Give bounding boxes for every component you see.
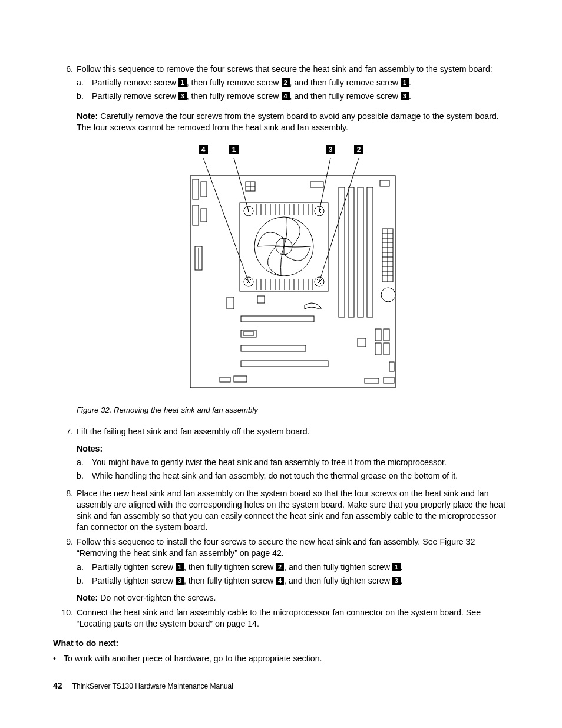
page-number: 42 [53, 681, 62, 690]
svg-rect-17 [348, 187, 354, 317]
callout-3: 3 [176, 577, 184, 585]
svg-rect-84 [375, 329, 381, 341]
document-page: 6. Follow this sequence to remove the fo… [0, 0, 562, 728]
callout-2: 2 [276, 563, 284, 571]
what-next-heading: What to do next: [53, 638, 509, 649]
svg-rect-82 [220, 377, 230, 382]
note-text: Carefully remove the four screws from th… [77, 111, 499, 132]
bullet-marker: • [53, 653, 64, 664]
svg-rect-80 [241, 361, 328, 367]
svg-rect-0 [190, 176, 395, 388]
substep-text: Partially tighten screw 1, then fully ti… [92, 562, 403, 573]
callout-4: 4 [276, 577, 284, 585]
note-label: Note: [77, 111, 98, 121]
svg-line-1 [203, 158, 249, 282]
svg-rect-88 [389, 362, 394, 371]
step-number: 8. [53, 488, 77, 533]
diagram-label-3: 3 [326, 145, 335, 154]
svg-rect-8 [201, 209, 207, 222]
substep-list: a. You might have to gently twist the he… [77, 457, 509, 482]
note-label: Note: [77, 593, 98, 602]
note-block: Note: Carefully remove the four screws f… [77, 111, 509, 133]
substep-letter: b. [77, 470, 92, 482]
step-text: Lift the failing heat sink and fan assem… [77, 427, 310, 436]
svg-rect-83 [358, 338, 366, 347]
svg-rect-6 [201, 182, 207, 197]
note-line: Note: Do not over-tighten the screws. [77, 592, 509, 604]
step-body: Lift the failing heat sink and fan assem… [77, 426, 509, 485]
svg-rect-74 [257, 296, 265, 303]
callout-3: 3 [401, 92, 409, 100]
diagram-label-2: 2 [354, 145, 363, 154]
bullet-text: To work with another piece of hardware, … [64, 653, 322, 664]
svg-rect-5 [193, 179, 199, 199]
substep-text: Partially remove screw 1, then fully rem… [92, 77, 411, 88]
substep-7a: a. You might have to gently twist the he… [77, 457, 509, 468]
procedure-list-cont: 7. Lift the failing heat sink and fan as… [53, 426, 509, 630]
substep-text: Partially tighten screw 3, then fully ti… [92, 575, 403, 587]
callout-3: 3 [392, 577, 401, 585]
step-number: 7. [53, 426, 77, 485]
svg-rect-7 [193, 205, 199, 225]
svg-rect-19 [367, 187, 373, 317]
step-text: Follow this sequence to install the four… [77, 537, 475, 558]
svg-rect-75 [227, 297, 234, 309]
substep-9b: b. Partially tighten screw 3, then fully… [77, 575, 509, 587]
step-10: 10. Connect the heat sink and fan assemb… [53, 607, 509, 630]
step-text: Connect the heat sink and fan assembly c… [77, 607, 509, 630]
step-8: 8. Place the new heat sink and fan assem… [53, 488, 509, 533]
substep-6a: a. Partially remove screw 1, then fully … [77, 77, 509, 88]
substep-list: a. Partially tighten screw 1, then fully… [77, 562, 509, 587]
figure-32: 4 1 3 2 [77, 145, 509, 397]
note-text: Do not over-tighten the screws. [98, 593, 216, 602]
svg-rect-86 [375, 343, 381, 355]
substep-list: a. Partially remove screw 1, then fully … [77, 77, 509, 102]
step-6: 6. Follow this sequence to remove the fo… [53, 64, 509, 105]
diagram-container: 4 1 3 2 [187, 145, 399, 397]
svg-rect-89 [365, 378, 379, 383]
callout-2: 2 [282, 78, 290, 87]
substep-letter: a. [77, 562, 92, 573]
substep-7b: b. While handling the heat sink and fan … [77, 470, 509, 482]
substep-text: While handling the heat sink and fan ass… [92, 470, 458, 482]
substep-6b: b. Partially remove screw 3, then fully … [77, 91, 509, 102]
substep-letter: b. [77, 91, 92, 102]
callout-1: 1 [178, 78, 187, 87]
figure-caption: Figure 32. Removing the heat sink and fa… [77, 405, 509, 416]
diagram-label-4: 4 [199, 145, 208, 154]
step-body: Follow this sequence to remove the four … [77, 64, 509, 105]
svg-rect-85 [384, 329, 389, 341]
svg-rect-16 [339, 187, 345, 317]
step-number: 9. [53, 536, 77, 604]
svg-rect-81 [234, 376, 247, 382]
callout-3: 3 [178, 92, 187, 100]
step-text: Place the new heat sink and fan assembly… [77, 488, 509, 533]
substep-text: You might have to gently twist the heat … [92, 457, 447, 468]
motherboard-diagram [187, 158, 399, 394]
substep-letter: a. [77, 77, 92, 88]
callout-4: 4 [282, 92, 290, 100]
callout-1: 1 [176, 563, 184, 571]
bullet-item: • To work with another piece of hardware… [53, 653, 509, 664]
substep-letter: b. [77, 575, 92, 587]
substep-text: Partially remove screw 3, then fully rem… [92, 91, 411, 102]
step-7: 7. Lift the failing heat sink and fan as… [53, 426, 509, 485]
callout-1: 1 [401, 78, 409, 87]
svg-rect-76 [241, 316, 314, 322]
step-number: 6. [53, 64, 77, 105]
callout-1: 1 [392, 563, 401, 571]
substep-letter: a. [77, 457, 92, 468]
svg-rect-79 [241, 345, 306, 351]
svg-rect-18 [358, 187, 363, 317]
substep-9a: a. Partially tighten screw 1, then fully… [77, 562, 509, 573]
what-next-section: What to do next: • To work with another … [53, 638, 509, 664]
step-text: Follow this sequence to remove the four … [77, 64, 492, 74]
document-title: ThinkServer TS130 Hardware Maintenance M… [72, 682, 233, 690]
svg-rect-14 [310, 182, 323, 187]
svg-rect-87 [384, 343, 389, 355]
svg-point-32 [381, 288, 395, 302]
step-body: Follow this sequence to install the four… [77, 536, 509, 604]
step-number: 10. [53, 607, 77, 630]
step-9: 9. Follow this sequence to install the f… [53, 536, 509, 604]
svg-rect-90 [384, 377, 394, 383]
